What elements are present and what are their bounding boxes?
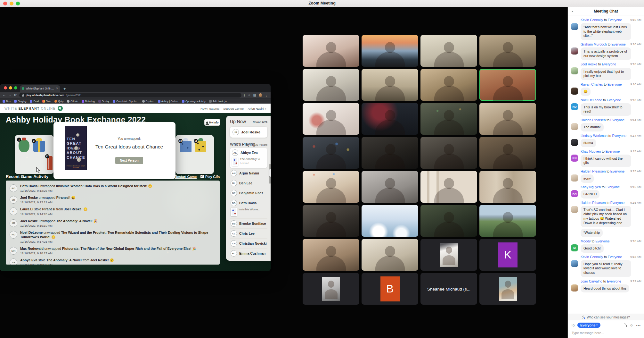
sender-name[interactable]: Lindsay Workman bbox=[581, 134, 607, 138]
video-tile[interactable] bbox=[479, 103, 536, 135]
gift-box[interactable]: 15 bbox=[180, 141, 192, 152]
player-row[interactable]: BE Benjamin Encz bbox=[230, 188, 267, 198]
video-tile[interactable]: Sheanee Michaud (s... bbox=[420, 273, 477, 305]
video-tile[interactable] bbox=[303, 35, 359, 67]
player-row[interactable]: AN Arjun Nayini bbox=[230, 168, 267, 178]
player-row[interactable]: CN Christian Novicki bbox=[230, 238, 267, 248]
video-tile[interactable]: B bbox=[362, 273, 418, 305]
bookmark-item[interactable]: Prod bbox=[30, 100, 39, 103]
privacy-notice[interactable]: Who can see your messages? bbox=[568, 314, 644, 320]
recipient-name[interactable]: Everyone bbox=[612, 134, 626, 138]
chat-input[interactable] bbox=[571, 331, 641, 335]
sender-name[interactable]: Graham Murdoch bbox=[581, 42, 607, 46]
support-center-link[interactable]: Support Center bbox=[223, 107, 244, 110]
player-row[interactable]: BB Brooke Boniface bbox=[230, 218, 267, 228]
video-tile[interactable] bbox=[420, 137, 477, 169]
address-bar[interactable]: play.whiteelephantonline.com /game/48341 bbox=[19, 93, 241, 97]
bookmark-item[interactable]: Candidate Pipelin... bbox=[113, 100, 138, 103]
window-edge-handle[interactable] bbox=[269, 169, 271, 177]
player-row[interactable]: EC Emma Cushman bbox=[230, 248, 267, 258]
recipient-name[interactable]: Everyone bbox=[610, 118, 624, 122]
reload-icon[interactable]: ⟳ bbox=[14, 93, 17, 97]
recipient-name[interactable]: Everyone bbox=[607, 279, 621, 283]
recipient-name[interactable]: Everyone bbox=[607, 98, 621, 102]
bookmark-item[interactable]: Dev bbox=[3, 100, 11, 103]
video-tile[interactable] bbox=[420, 103, 477, 135]
extensions-icon[interactable]: ▦ bbox=[253, 93, 256, 97]
sender-name[interactable]: Kevin Connolly bbox=[581, 18, 603, 22]
bookmark-item[interactable]: Ashby | Gather bbox=[158, 100, 178, 103]
video-tile[interactable] bbox=[479, 205, 536, 237]
browser-close-button[interactable] bbox=[4, 86, 7, 89]
recipient-name[interactable]: Everyone bbox=[608, 255, 622, 259]
video-tile[interactable] bbox=[479, 171, 536, 203]
download-icon[interactable]: ⤓ bbox=[244, 93, 245, 97]
browser-menu-icon[interactable]: ⋮ bbox=[265, 93, 268, 97]
bookmark-item[interactable]: Slab bbox=[42, 100, 51, 103]
gift-box[interactable]: 17 bbox=[47, 156, 53, 170]
back-icon[interactable]: ← bbox=[3, 93, 6, 97]
sender-name[interactable]: João Carvalho bbox=[581, 279, 602, 283]
recipient-name[interactable]: Everyone bbox=[610, 201, 624, 205]
gift-box[interactable]: 1 bbox=[19, 139, 29, 152]
recipient-name[interactable]: Everyone bbox=[606, 149, 620, 153]
video-tile[interactable] bbox=[362, 35, 418, 67]
player-book[interactable]: Invisible Wome... bbox=[231, 208, 267, 216]
player-row[interactable]: BL Ben Lee bbox=[230, 178, 267, 188]
recipient-name[interactable]: Everyone bbox=[610, 169, 624, 173]
sender-name[interactable]: Kevin Connolly bbox=[581, 255, 603, 259]
restart-game-link[interactable]: Restart Game bbox=[175, 175, 197, 179]
recipient-name[interactable]: Everyone bbox=[602, 62, 616, 66]
bookmark-item[interactable]: Add basic jo... bbox=[209, 100, 229, 103]
video-tile[interactable] bbox=[479, 69, 536, 101]
more-options-icon[interactable]: ••• bbox=[636, 324, 641, 327]
video-tile[interactable] bbox=[303, 239, 359, 271]
bookmark-item[interactable]: Openings - Ashby bbox=[182, 100, 206, 103]
bookmark-item[interactable]: Quip bbox=[54, 100, 63, 103]
video-tile[interactable] bbox=[420, 239, 477, 271]
video-tile[interactable]: K bbox=[479, 239, 536, 271]
recipient-name[interactable]: Everyone bbox=[606, 185, 620, 189]
next-person-button[interactable]: Next Person bbox=[115, 157, 143, 164]
sender-name[interactable]: Ravan Charles bbox=[581, 82, 603, 86]
video-tile[interactable] bbox=[420, 205, 477, 237]
my-info-button[interactable]: My Info bbox=[204, 119, 220, 126]
bookmark-star-icon[interactable]: ☆ bbox=[248, 93, 251, 97]
player-row[interactable]: BD Beth Davis Invisible Wome... bbox=[230, 198, 267, 218]
video-tile[interactable] bbox=[479, 137, 536, 169]
player-book[interactable]: The Anomaly: A ... Locked bbox=[232, 157, 265, 166]
recipient-name[interactable]: Everyone bbox=[611, 42, 625, 46]
new-features-link[interactable]: New Features bbox=[200, 107, 219, 110]
video-tile[interactable] bbox=[362, 239, 418, 271]
emoji-icon[interactable]: ☺ bbox=[630, 324, 633, 327]
recipient-selector[interactable]: Everyone ▾ bbox=[577, 323, 600, 328]
gift-box[interactable]: 16 bbox=[195, 141, 206, 152]
sender-name[interactable]: Halden Pfearsen bbox=[581, 201, 606, 205]
bookmark-item[interactable]: Staging bbox=[14, 100, 26, 103]
video-tile[interactable] bbox=[362, 171, 418, 203]
video-tile[interactable] bbox=[303, 171, 359, 203]
video-tile[interactable] bbox=[362, 103, 418, 135]
bookmark-item[interactable]: Sentry bbox=[98, 100, 109, 103]
video-tile[interactable] bbox=[362, 137, 418, 169]
video-tile[interactable] bbox=[420, 69, 477, 101]
new-tab-button[interactable]: + bbox=[63, 87, 66, 91]
video-tile[interactable] bbox=[420, 171, 477, 203]
sender-name[interactable]: Moody bbox=[581, 239, 591, 243]
sender-name[interactable]: Joel Reske bbox=[581, 62, 597, 66]
video-tile[interactable] bbox=[303, 69, 359, 101]
profile-avatar[interactable] bbox=[259, 93, 262, 97]
video-tile[interactable] bbox=[362, 69, 418, 101]
bookmark-item[interactable]: Datadog bbox=[82, 100, 95, 103]
forward-icon[interactable]: → bbox=[8, 93, 12, 97]
player-row[interactable]: AE Abbye Eva The Anomaly: A ... Locked bbox=[230, 148, 267, 168]
browser-minimize-button[interactable] bbox=[9, 86, 12, 89]
sender-name[interactable]: Noel DeLeone bbox=[581, 98, 602, 102]
user-menu[interactable]: Arjun Nayini ▾ bbox=[248, 107, 266, 110]
bookmark-item[interactable]: Explore bbox=[142, 100, 154, 103]
browser-zoom-button[interactable] bbox=[14, 86, 17, 89]
video-tile[interactable] bbox=[303, 137, 359, 169]
sender-name[interactable]: Halden Pfearsen bbox=[581, 118, 606, 122]
video-tile[interactable] bbox=[420, 35, 477, 67]
video-tile[interactable] bbox=[362, 205, 418, 237]
